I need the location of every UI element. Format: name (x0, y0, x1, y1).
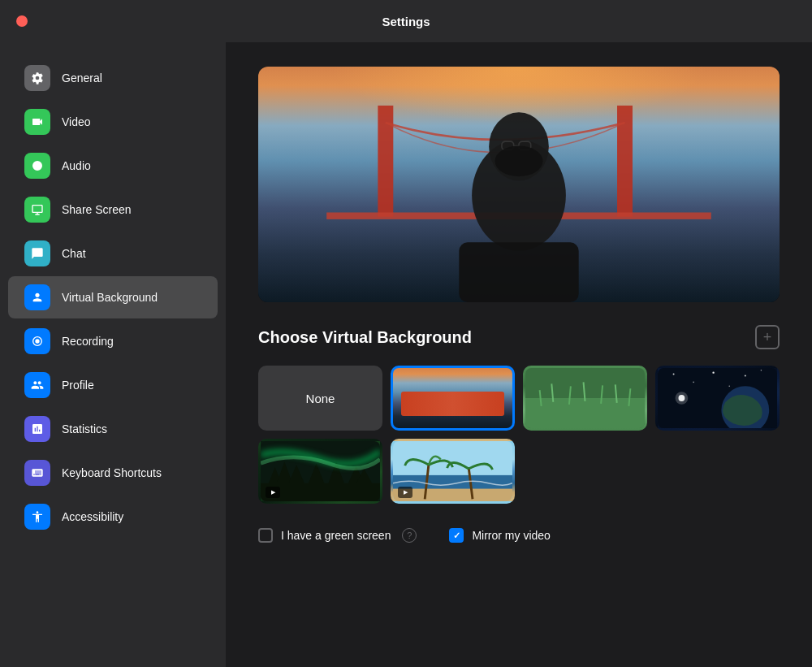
sidebar-general-label: General (62, 71, 102, 84)
svg-point-26 (729, 386, 730, 387)
bridge-svg (258, 67, 780, 302)
space-svg (658, 368, 777, 428)
mirror-video-label: Mirror my video (472, 529, 550, 542)
sidebar-item-general[interactable]: General (8, 57, 218, 99)
content-area: Choose Virtual Background + None (226, 42, 812, 667)
video-icon (24, 109, 50, 135)
svg-point-11 (495, 145, 543, 176)
general-icon (24, 65, 50, 91)
svg-point-24 (693, 382, 694, 383)
svg-rect-12 (459, 242, 578, 302)
main-content: General Video Audio (0, 42, 812, 667)
svg-point-23 (673, 374, 675, 375)
bottom-options: I have a green screen ? Mirror my video (258, 528, 780, 543)
background-item-beach[interactable] (391, 439, 515, 504)
aurora-video-indicator (266, 487, 280, 498)
sidebar-chat-label: Chat (62, 247, 86, 260)
section-title-row: Choose Virtual Background + (258, 325, 780, 349)
sidebar-virtual-background-label: Virtual Background (62, 291, 158, 304)
sidebar-item-profile[interactable]: Profile (8, 364, 218, 406)
add-background-button[interactable]: + (755, 325, 780, 349)
background-grid: None (258, 366, 780, 504)
svg-rect-3 (378, 106, 393, 217)
svg-point-25 (712, 371, 714, 373)
share-screen-icon (24, 197, 50, 223)
background-item-aurora[interactable] (258, 439, 382, 504)
add-icon: + (763, 329, 772, 346)
sidebar-item-chat[interactable]: Chat (8, 232, 218, 275)
keyboard-shortcuts-icon (24, 460, 50, 486)
svg-rect-4 (617, 106, 633, 217)
green-screen-group: I have a green screen ? (258, 528, 417, 543)
sidebar: General Video Audio (0, 42, 226, 667)
window-title: Settings (382, 15, 430, 28)
background-item-grass[interactable] (523, 366, 647, 431)
sidebar-item-virtual-background[interactable]: Virtual Background (8, 276, 218, 318)
sidebar-profile-label: Profile (62, 379, 94, 392)
mirror-video-group: Mirror my video (449, 528, 550, 543)
grass-svg (525, 368, 645, 428)
beach-video-indicator (398, 487, 412, 498)
sidebar-item-video[interactable]: Video (8, 101, 218, 143)
accessibility-icon (24, 504, 50, 530)
sidebar-statistics-label: Statistics (62, 422, 107, 435)
sidebar-item-share-screen[interactable]: Share Screen (8, 188, 218, 231)
sidebar-item-recording[interactable]: Recording (8, 320, 218, 362)
statistics-icon (24, 416, 50, 442)
svg-point-1 (35, 339, 39, 343)
section-title-text: Choose Virtual Background (258, 328, 472, 347)
background-item-space[interactable] (655, 366, 780, 431)
sidebar-recording-label: Recording (62, 335, 114, 348)
sidebar-keyboard-shortcuts-label: Keyboard Shortcuts (62, 466, 162, 479)
virtual-background-icon (24, 284, 50, 310)
close-button[interactable] (16, 15, 28, 27)
green-screen-help-icon[interactable]: ? (402, 528, 417, 543)
video-preview (258, 67, 780, 302)
svg-point-28 (761, 370, 762, 371)
sidebar-audio-label: Audio (62, 159, 91, 172)
sidebar-item-statistics[interactable]: Statistics (8, 408, 218, 450)
svg-point-31 (676, 392, 689, 405)
titlebar: Settings (0, 0, 812, 42)
background-item-none[interactable]: None (258, 366, 382, 431)
recording-icon (24, 328, 50, 354)
sidebar-accessibility-label: Accessibility (62, 510, 123, 523)
chat-icon (24, 240, 50, 266)
sidebar-share-screen-label: Share Screen (62, 203, 132, 216)
sidebar-item-keyboard-shortcuts[interactable]: Keyboard Shortcuts (8, 452, 218, 494)
none-label: None (306, 392, 335, 405)
svg-rect-42 (393, 441, 512, 475)
green-screen-label: I have a green screen (281, 529, 391, 542)
background-item-golden-gate[interactable] (391, 366, 515, 431)
sidebar-video-label: Video (62, 115, 91, 128)
audio-icon (24, 153, 50, 179)
sidebar-item-accessibility[interactable]: Accessibility (8, 496, 218, 538)
svg-point-27 (745, 375, 746, 377)
mirror-video-checkbox[interactable] (449, 528, 464, 543)
svg-rect-14 (525, 398, 645, 428)
sidebar-item-audio[interactable]: Audio (8, 145, 218, 187)
green-screen-checkbox[interactable] (258, 528, 273, 543)
profile-icon (24, 372, 50, 398)
